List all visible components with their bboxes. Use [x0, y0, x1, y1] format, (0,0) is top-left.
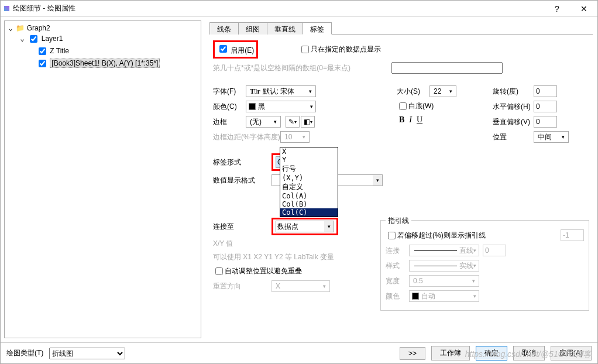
tree-checkbox-dataset[interactable] [39, 60, 46, 67]
tree-dataset[interactable]: [Book3]Sheet1! B(X), A(Y) [1*:35*] [50, 59, 160, 68]
border-margin-label: 边框边距(%字体高度) [213, 132, 280, 142]
xy-value-label: X/Y 值 [213, 239, 233, 249]
leader-connect-n [483, 245, 506, 256]
leader-line-group: 指引线 若偏移超过(%)则显示指引线 连接 直线▾ [380, 220, 589, 311]
voff-label: 垂直偏移(V) [493, 117, 534, 127]
tab-bar: 线条 组图 垂直线 标签 [209, 22, 593, 35]
connect-to-select[interactable]: 数据点 ▾ [276, 221, 334, 232]
leader-style-label: 样式 [386, 261, 409, 271]
bold-button[interactable]: B [399, 115, 404, 125]
workbook-button[interactable]: 工作簿 [431, 346, 470, 360]
dropdown-option[interactable]: (X,Y) [280, 174, 338, 182]
tree-graph[interactable]: Graph2 [27, 24, 50, 32]
points-input[interactable] [391, 62, 503, 74]
rotate-input[interactable] [534, 85, 557, 97]
leader-show-label: 若偏移超过(%)则显示指引线 [397, 231, 486, 241]
tab-line[interactable]: 线条 [209, 22, 239, 35]
close-button[interactable]: ✕ [570, 1, 597, 17]
leader-threshold-input [561, 229, 584, 241]
leader-style-select: 实线▾ [409, 260, 479, 272]
titlebar: 绘图细节 - 绘图属性 ? ✕ [1, 1, 597, 17]
help-button[interactable]: ? [544, 1, 570, 17]
pen-tool-button[interactable]: ✎▾ [286, 116, 300, 128]
dropdown-option[interactable]: 自定义 [280, 182, 338, 192]
points-hint: 第几十点*或*是以空格间隔的数组(0=最末点) [213, 63, 350, 73]
font-t-icon: T͟r [250, 87, 260, 96]
color-swatch [249, 103, 256, 110]
color-label: 颜色(C) [213, 102, 246, 112]
reset-dir-label: 重置方向 [213, 281, 271, 291]
voff-input[interactable] [534, 116, 557, 128]
tree-expander[interactable]: ⌄ [19, 35, 26, 43]
text-style-group: B I U [397, 115, 490, 125]
footer: 绘图类型(T) 折线图 >> 工作簿 确定 取消 应用(A) [1, 342, 597, 363]
dropdown-option[interactable]: 行号 [280, 164, 338, 174]
tab-group[interactable]: 组图 [238, 22, 267, 35]
dropdown-option[interactable]: Y [280, 156, 338, 164]
highlight-enable: 启用(E) [213, 40, 258, 59]
tree-checkbox-ztitle[interactable] [39, 47, 46, 55]
dropdown-option[interactable]: X [280, 147, 338, 156]
tab-dropline[interactable]: 垂直线 [267, 22, 303, 35]
pos-select[interactable]: 中间 ▾ [534, 131, 569, 143]
tree-panel: ⌄ 📁 Graph2 ⌄ Layer1 Z Title [Book3]Sheet… [4, 20, 201, 338]
white-bg-label: 白底(W) [408, 101, 434, 111]
color-select[interactable]: 黑 ▾ [246, 101, 316, 112]
underline-button[interactable]: U [417, 115, 422, 125]
leader-width-select: 0.5 ▾ [409, 275, 479, 287]
tree-layer[interactable]: Layer1 [42, 35, 63, 43]
enable-checkbox[interactable] [219, 45, 227, 53]
white-bg-checkbox[interactable] [399, 102, 407, 110]
window-title: 绘图细节 - 绘图属性 [13, 4, 75, 13]
highlight-connect: 数据点 ▾ [271, 218, 338, 235]
size-label: 大小(S) [397, 87, 429, 97]
label-form-label: 标签形式 [213, 157, 271, 167]
auto-adjust-label: 自动调整位置以避免重叠 [225, 266, 302, 276]
hoff-label: 水平偏移(H) [493, 102, 534, 112]
dropdown-option[interactable]: Col(B) [280, 200, 338, 208]
num-format-label: 数值显示格式 [213, 176, 271, 186]
reset-dir-select: X ▾ [271, 280, 330, 292]
leader-connect-label: 连接 [386, 246, 409, 256]
labtalk-hint: 可以使用 X1 X2 Y1 Y2 等 LabTalk 变量 [213, 252, 334, 262]
font-label: 字体(F) [213, 87, 246, 97]
italic-button[interactable]: I [409, 115, 412, 125]
rotate-label: 旋转(度) [493, 87, 534, 97]
leader-title: 指引线 [386, 216, 411, 226]
plot-type-select[interactable]: 折线图 [49, 348, 125, 359]
fill-tool-button[interactable]: ◧▾ [301, 116, 315, 128]
properties-panel: 线条 组图 垂直线 标签 启用(E) 只在指定的数据点显示 第几十点*或 [205, 17, 597, 342]
dropdown-option-selected[interactable]: Col(C) [280, 208, 338, 217]
only-at-points-checkbox[interactable] [301, 46, 309, 53]
border-margin-select: 10 ▾ [280, 131, 310, 143]
leader-color-label: 颜色 [386, 291, 409, 301]
tree-expander[interactable]: ⌄ [7, 24, 14, 32]
tree-ztitle[interactable]: Z Title [50, 47, 69, 55]
dialog-window: 绘图细节 - 绘图属性 ? ✕ ⌄ 📁 Graph2 ⌄ Layer1 Z Ti… [0, 0, 598, 364]
ok-button[interactable]: 确定 [476, 346, 507, 360]
leader-width-label: 宽度 [386, 276, 409, 286]
tree-checkbox-layer[interactable] [30, 35, 37, 43]
size-select[interactable]: 22 ▾ [429, 85, 456, 97]
tab-label[interactable]: 标签 [303, 22, 332, 35]
apply-button[interactable]: 应用(A) [551, 346, 592, 360]
only-at-points-label: 只在指定的数据点显示 [311, 44, 381, 54]
cancel-button[interactable]: 取消 [513, 346, 545, 360]
connect-to-label: 连接至 [213, 222, 271, 232]
app-icon [4, 6, 9, 11]
enable-label: 启用(E) [231, 46, 254, 54]
pos-label: 位置 [493, 132, 534, 142]
label-form-dropdown[interactable]: X Y 行号 (X,Y) 自定义 Col(A) Col(B) Col(C) [280, 147, 338, 217]
pen-icon: ✎ [288, 118, 294, 126]
leader-connect-select: 直线▾ [409, 245, 479, 256]
color-swatch [412, 293, 419, 300]
dropdown-option[interactable]: Col(A) [280, 192, 338, 200]
hoff-input[interactable] [534, 101, 557, 112]
border-select[interactable]: (无) ▾ [246, 116, 281, 128]
auto-adjust-checkbox[interactable] [215, 267, 223, 275]
more-button[interactable]: >> [400, 347, 425, 360]
plot-type-label: 绘图类型(T) [6, 348, 43, 358]
folder-icon: 📁 [16, 24, 25, 32]
leader-show-checkbox[interactable] [388, 232, 396, 239]
font-select[interactable]: T͟r 默认: 宋体 ▾ [246, 85, 316, 97]
